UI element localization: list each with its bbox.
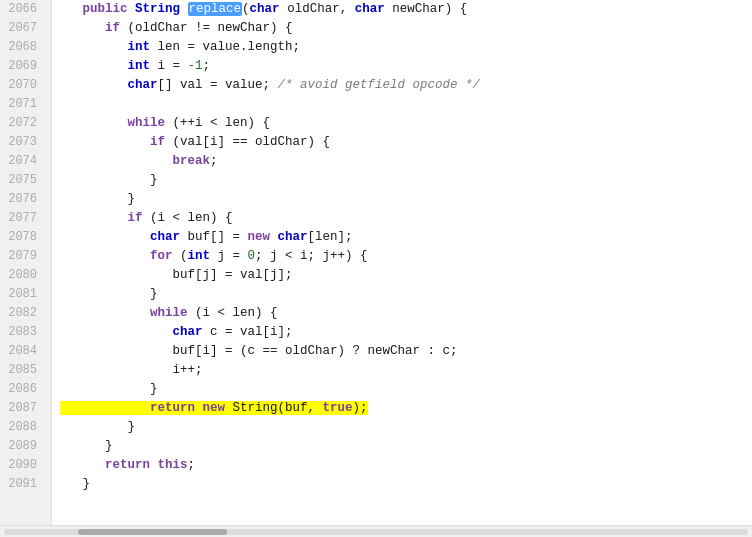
code-line: buf[i] = (c == oldChar) ? newChar : c; [60,342,752,361]
code-line: for (int j = 0; j < i; j++) { [60,247,752,266]
line-number: 2069 [4,57,43,76]
line-number: 2086 [4,380,43,399]
code-line: break; [60,152,752,171]
code-line: if (oldChar != newChar) { [60,19,752,38]
line-number: 2075 [4,171,43,190]
line-numbers: 2066206720682069207020712072207320742075… [0,0,52,525]
code-line: buf[j] = val[j]; [60,266,752,285]
scrollbar-track[interactable] [4,529,748,535]
code-line [60,95,752,114]
code-line: } [60,437,752,456]
line-number: 2076 [4,190,43,209]
line-number: 2079 [4,247,43,266]
line-number: 2083 [4,323,43,342]
line-number: 2084 [4,342,43,361]
code-line: } [60,418,752,437]
line-number: 2090 [4,456,43,475]
line-number: 2068 [4,38,43,57]
line-number: 2072 [4,114,43,133]
code-line: return new String(buf, true); [60,399,752,418]
line-number: 2070 [4,76,43,95]
code-area[interactable]: 2066206720682069207020712072207320742075… [0,0,752,525]
code-line: if (i < len) { [60,209,752,228]
horizontal-scrollbar[interactable] [0,525,752,537]
code-line: while (++i < len) { [60,114,752,133]
line-number: 2066 [4,0,43,19]
line-number: 2073 [4,133,43,152]
code-line: } [60,190,752,209]
line-number: 2091 [4,475,43,494]
code-editor: 2066206720682069207020712072207320742075… [0,0,752,537]
code-line: char[] val = value; /* avoid getfield op… [60,76,752,95]
code-line: } [60,171,752,190]
code-line: if (val[i] == oldChar) { [60,133,752,152]
line-number: 2074 [4,152,43,171]
code-line: return this; [60,456,752,475]
line-number: 2080 [4,266,43,285]
scrollbar-thumb[interactable] [78,529,227,535]
line-number: 2067 [4,19,43,38]
code-line: } [60,475,752,494]
code-line: while (i < len) { [60,304,752,323]
code-content[interactable]: public String replace(char oldChar, char… [52,0,752,525]
line-number: 2087 [4,399,43,418]
code-line: int i = -1; [60,57,752,76]
line-number: 2082 [4,304,43,323]
line-number: 2078 [4,228,43,247]
code-line: public String replace(char oldChar, char… [60,0,752,19]
code-line: } [60,285,752,304]
code-line: } [60,380,752,399]
line-number: 2081 [4,285,43,304]
line-number: 2085 [4,361,43,380]
code-line: char c = val[i]; [60,323,752,342]
line-number: 2089 [4,437,43,456]
code-line: int len = value.length; [60,38,752,57]
line-number: 2077 [4,209,43,228]
line-number: 2088 [4,418,43,437]
line-number: 2071 [4,95,43,114]
code-line: char buf[] = new char[len]; [60,228,752,247]
code-line: i++; [60,361,752,380]
